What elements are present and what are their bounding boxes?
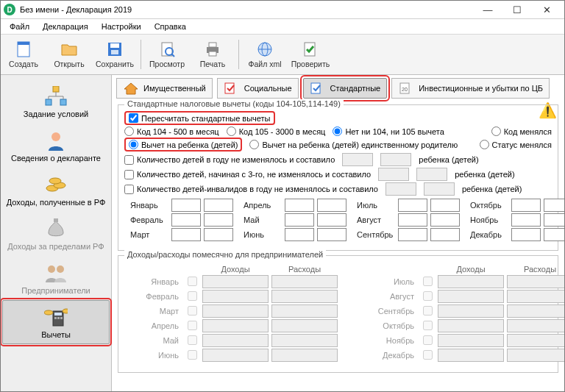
tab-row: Имущественный Социальные Стандартные 20И…: [112, 75, 564, 101]
ent-expense: [271, 304, 338, 318]
svg-rect-30: [54, 313, 62, 316]
sidebar-item-deductions[interactable]: Вычеты: [2, 300, 110, 344]
ent-row: ИюньДекабрь: [130, 348, 546, 362]
radio-row-2: Вычет на ребенка (детей) Вычет на ребенк…: [124, 138, 552, 152]
month-input[interactable]: [285, 213, 314, 227]
radio-status-changed[interactable]: Статус менялся: [480, 140, 552, 149]
close-button[interactable]: ✕: [532, 2, 561, 17]
month-input[interactable]: [398, 199, 427, 212]
print-button[interactable]: Печать: [190, 35, 235, 74]
month-input[interactable]: [511, 228, 541, 241]
sidebar-item-entrepreneurs: Предприниматели: [2, 256, 110, 300]
ent-income: [438, 304, 504, 318]
save-button[interactable]: Сохранить: [92, 35, 138, 74]
month-input[interactable]: [430, 228, 460, 241]
month-input[interactable]: [317, 228, 347, 241]
main-panel: Имущественный Социальные Стандартные 20И…: [112, 75, 564, 391]
ent-check: [188, 335, 197, 345]
create-button[interactable]: Создать: [1, 35, 46, 74]
ent-expense: [271, 334, 338, 347]
people-icon: [44, 261, 68, 285]
kids1-input[interactable]: [342, 153, 373, 166]
kids2-checkbox[interactable]: Количество детей, начиная с 3-го, не изм…: [124, 170, 371, 179]
month-input[interactable]: [544, 228, 564, 241]
open-button[interactable]: Открыть: [46, 35, 92, 74]
month-input[interactable]: [204, 213, 233, 227]
recalc-checkbox[interactable]: Пересчитать стандартные вычеты: [124, 111, 275, 125]
radio-child[interactable]: Вычет на ребенка (детей): [124, 138, 242, 152]
ent-row: ФевральАвгуст: [130, 289, 546, 303]
svg-point-28: [57, 266, 64, 273]
month-input[interactable]: [511, 199, 541, 212]
month-input[interactable]: [171, 213, 201, 227]
kids2-input[interactable]: [378, 168, 409, 181]
month-input[interactable]: [430, 213, 460, 227]
svg-rect-37: [311, 83, 320, 93]
new-doc-icon: [15, 40, 32, 58]
ent-row: МайНоябрь: [130, 333, 546, 347]
svg-rect-15: [53, 86, 59, 92]
tab-standard[interactable]: Стандартные: [303, 78, 388, 99]
month-input[interactable]: [171, 199, 201, 212]
month-input[interactable]: [317, 213, 347, 227]
ent-check: [188, 277, 197, 286]
month-input[interactable]: [317, 199, 347, 212]
kids3-input[interactable]: [385, 182, 416, 196]
tab-investment[interactable]: 20Инвестиционные и убытки по ЦБ: [391, 78, 550, 99]
month-input[interactable]: [398, 228, 427, 241]
menu-declaration[interactable]: Декларация: [37, 21, 94, 32]
month-input[interactable]: [285, 228, 314, 241]
menu-file[interactable]: Файл: [4, 21, 35, 32]
ent-income: [438, 275, 504, 288]
house-icon: [123, 82, 139, 95]
kids3-input2[interactable]: [424, 182, 455, 196]
sidebar-item-income-rf[interactable]: Доходы, полученные в РФ: [2, 168, 110, 212]
minimize-button[interactable]: —: [473, 2, 502, 17]
ent-row: АпрельОктябрь: [130, 318, 546, 332]
radio-no-code[interactable]: Нет ни 104, ни 105 вычета: [333, 126, 444, 136]
print-icon: [204, 40, 221, 58]
radio-code105[interactable]: Код 105 - 3000 в месяц: [227, 126, 326, 136]
sidebar-item-declarant[interactable]: Сведения о декларанте: [2, 124, 110, 168]
xml-button[interactable]: Файл xml: [242, 35, 288, 74]
std-deductions-group: Стандартные налоговые вычеты (коды 104-1…: [118, 104, 558, 251]
kids3-checkbox[interactable]: Количество детей-инвалидов в году не изм…: [124, 185, 378, 194]
tab-property[interactable]: Имущественный: [116, 78, 213, 99]
month-input[interactable]: [285, 199, 314, 212]
radio-code-changed[interactable]: Код менялся: [491, 126, 552, 136]
titlebar: D Без имени - Декларация 2019 — ☐ ✕: [1, 1, 564, 19]
svg-rect-32: [57, 317, 60, 319]
month-input[interactable]: [544, 213, 564, 227]
xml-icon: [256, 40, 274, 58]
maximize-button[interactable]: ☐: [502, 2, 532, 17]
menu-settings[interactable]: Настройки: [96, 21, 147, 32]
sidebar-label: Предприниматели: [21, 286, 90, 295]
month-input[interactable]: [511, 213, 541, 227]
month-input[interactable]: [430, 199, 460, 212]
svg-point-27: [48, 266, 55, 273]
menu-help[interactable]: Справка: [149, 21, 192, 32]
kids1-input2[interactable]: [380, 153, 411, 166]
ent-check: [423, 335, 433, 345]
preview-button[interactable]: Просмотр: [144, 35, 190, 74]
sidebar-item-conditions[interactable]: Задание условий: [2, 79, 110, 124]
save-icon: [106, 40, 124, 58]
sidebar: Задание условий Сведения о декларанте До…: [1, 75, 112, 391]
ent-check: [423, 350, 433, 360]
ent-income: [438, 334, 504, 347]
month-input[interactable]: [204, 199, 233, 212]
ent-row: МартСентябрь: [130, 304, 546, 318]
month-input[interactable]: [544, 199, 564, 212]
kids2-input2[interactable]: [416, 168, 447, 181]
radio-child-single-parent[interactable]: Вычет на ребенка (детей) единственному р…: [249, 140, 458, 149]
kids1-checkbox[interactable]: Количество детей в году не изменялось и …: [124, 155, 335, 165]
month-input[interactable]: [171, 228, 201, 241]
tab-social[interactable]: Социальные: [217, 78, 299, 99]
svg-rect-16: [46, 99, 51, 105]
radio-code104[interactable]: Код 104 - 500 в месяц: [124, 126, 219, 136]
month-input[interactable]: [398, 213, 427, 227]
tree-icon: [44, 85, 68, 108]
person-icon: [44, 129, 68, 152]
month-input[interactable]: [204, 228, 233, 241]
check-button[interactable]: Проверить: [288, 35, 333, 74]
